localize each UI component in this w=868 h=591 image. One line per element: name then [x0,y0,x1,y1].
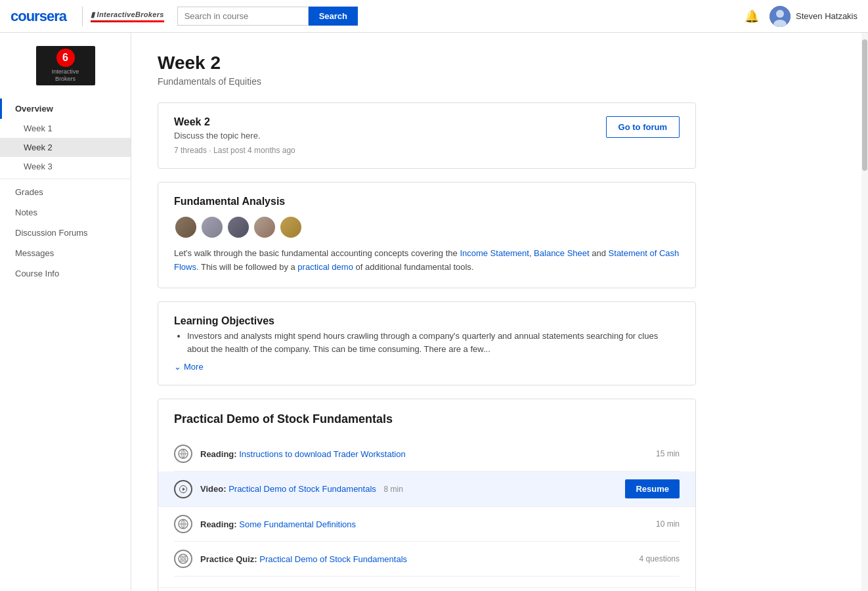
reading-2-type: Reading: [200,519,237,529]
practical-demo-title: Practical Demo of Stock Fundamentals [174,412,680,426]
resume-button[interactable]: Resume [625,479,680,498]
sidebar-item-week2[interactable]: Week 2 [0,138,131,157]
avatar [770,6,791,27]
video-1-type: Video: [200,484,227,494]
quiz-1-type: Practice Quiz: [200,554,257,564]
section-divider [158,587,695,588]
forum-card-header: Week 2 Discuss the topic here. 7 threads… [174,116,680,155]
sidebar-overview-section: Overview Week 1 Week 2 Week 3 [0,98,131,176]
sidebar: 6 InteractiveBrokers Overview Week 1 Wee… [0,33,131,591]
avatar-5 [279,215,303,239]
balance-sheet-link[interactable]: Balance Sheet [534,248,590,258]
page-subtitle: Fundamentals of Equities [158,76,696,87]
reading-2-label: Reading: Some Fundamental Definitions [200,519,648,529]
fundamental-analysis-description: Let's walk through the basic fundamental… [174,247,680,274]
content-item-quiz-1: Practice Quiz: Practical Demo of Stock F… [174,542,680,577]
play-icon-1 [174,480,192,498]
svg-rect-15 [184,556,186,558]
sidebar-item-discussion[interactable]: Discussion Forums [0,223,131,243]
objectives-list: Investors and analysts might spend hours… [174,330,680,357]
more-button[interactable]: ⌄ More [174,362,204,372]
content-item-reading-2: Reading: Some Fundamental Definitions 10… [174,507,680,542]
income-statement-link[interactable]: Income Statement [460,248,529,258]
reading-1-name[interactable]: Instructions to download Trader Workstat… [239,449,405,459]
practical-demo-card: Practical Demo of Stock Fundamentals Rea… [158,399,696,591]
ib-logo-text: ▮ InteractiveBrokers [91,11,164,22]
fundamental-analysis-title: Fundamental Analysis [174,196,680,208]
learning-objectives-card: Learning Objectives Investors and analys… [158,301,696,386]
svg-marker-8 [183,487,185,491]
forum-card-subtitle: Discuss the topic here. [174,131,295,141]
video-1-name[interactable]: Practical Demo of Stock Fundamentals [228,484,376,494]
avatar-4 [253,215,276,239]
page-title: Week 2 [158,53,696,74]
sidebar-item-overview[interactable]: Overview [0,98,131,119]
svg-point-1 [776,10,784,18]
cash-flows-link[interactable]: Statement of Cash Flows [174,248,679,272]
sidebar-logo: 6 InteractiveBrokers [0,46,131,85]
main-layout: 6 InteractiveBrokers Overview Week 1 Wee… [0,33,868,591]
sidebar-item-week1[interactable]: Week 1 [0,119,131,138]
ib-logo-brand-text: InteractiveBrokers [52,68,79,83]
reading-1-label: Reading: Instructions to download Trader… [200,449,648,459]
reading-1-type: Reading: [200,449,237,459]
quiz-icon-1 [174,550,192,568]
sidebar-item-week3[interactable]: Week 3 [0,157,131,176]
practical-demo-link[interactable]: practical demo [297,262,353,272]
avatar-1 [174,215,198,239]
forum-card: Week 2 Discuss the topic here. 7 threads… [158,102,696,169]
reading-icon-2 [174,515,192,533]
content-item-reading-1: Reading: Instructions to download Trader… [174,437,680,471]
reading-icon-1 [174,445,192,463]
learning-objectives-title: Learning Objectives [174,315,680,327]
nav-divider [82,7,83,26]
ib-logo-circle: 6 [56,49,75,67]
interactive-brokers-logo: ▮ InteractiveBrokers [91,11,164,22]
user-name-label: Steven Hatzakis [796,11,857,21]
reading-2-duration: 10 min [656,519,680,529]
forum-card-title: Week 2 [174,116,295,128]
avatar-2 [200,215,224,239]
avatar-3 [227,215,250,239]
reading-1-duration: 15 min [656,449,680,458]
notifications-icon[interactable]: 🔔 [745,9,759,24]
more-label: More [184,362,204,372]
quiz-1-label: Practice Quiz: Practical Demo of Stock F… [200,554,632,564]
content-item-video-1: Video: Practical Demo of Stock Fundament… [158,471,695,507]
search-input[interactable] [177,7,309,26]
sidebar-item-courseinfo[interactable]: Course Info [0,263,131,284]
fundamental-analysis-card: Fundamental Analysis Let's walk through … [158,182,696,288]
go-to-forum-button[interactable]: Go to forum [606,116,680,138]
video-1-duration: 8 min [383,485,402,494]
chevron-down-icon: ⌄ [174,362,181,372]
nav-right: 🔔 Steven Hatzakis [745,6,857,27]
sidebar-brand-logo: 6 InteractiveBrokers [36,46,95,85]
coursera-logo[interactable]: coursera [11,8,66,25]
sidebar-item-messages[interactable]: Messages [0,243,131,263]
sidebar-nav-section: Grades Notes Discussion Forums Messages … [0,182,131,284]
user-menu[interactable]: Steven Hatzakis [770,6,857,27]
svg-rect-14 [181,556,183,558]
video-1-label: Video: Practical Demo of Stock Fundament… [200,484,617,494]
sidebar-item-notes[interactable]: Notes [0,202,131,223]
quiz-1-duration: 4 questions [640,554,680,563]
top-navigation: coursera ▮ InteractiveBrokers Search 🔔 S… [0,0,868,33]
sidebar-item-grades[interactable]: Grades [0,182,131,202]
svg-rect-17 [184,559,186,561]
search-area: Search [177,7,374,26]
quiz-1-name[interactable]: Practical Demo of Stock Fundamentals [259,554,407,564]
search-button[interactable]: Search [309,7,358,26]
forum-card-content: Week 2 Discuss the topic here. 7 threads… [174,116,295,155]
svg-point-13 [179,554,188,563]
scrollbar-thumb[interactable] [862,39,867,171]
objective-item-1: Investors and analysts might spend hours… [187,330,680,357]
sidebar-divider [0,179,131,179]
instructor-avatars [174,215,680,239]
scrollbar-track[interactable] [861,33,868,591]
svg-rect-16 [181,559,183,561]
main-content: Week 2 Fundamentals of Equities Week 2 D… [131,33,722,591]
reading-2-name[interactable]: Some Fundamental Definitions [239,519,356,529]
forum-card-meta: 7 threads · Last post 4 months ago [174,146,295,155]
